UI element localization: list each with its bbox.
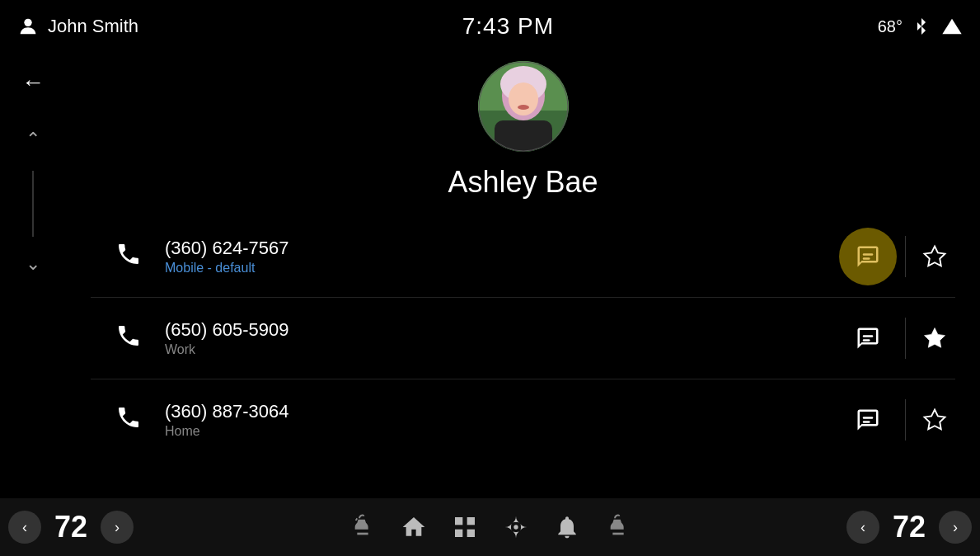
status-left: John Smith <box>16 15 138 38</box>
back-button[interactable]: ← <box>21 69 45 96</box>
svg-marker-13 <box>925 247 945 266</box>
phone-number-2[interactable]: (650) 605-5909 <box>165 319 823 341</box>
status-bar: John Smith 7:43 PM 68° <box>0 0 980 53</box>
fan-icon[interactable] <box>503 514 529 540</box>
svg-rect-21 <box>467 517 474 525</box>
phone-row-3: (360) 887-3064 Home <box>66 379 980 460</box>
notification-bell-icon[interactable] <box>554 514 580 540</box>
signal-icon <box>940 15 964 38</box>
home-icon[interactable] <box>401 514 427 540</box>
svg-point-24 <box>513 525 518 529</box>
left-panel: ← ⌃ ⌄ <box>0 53 66 498</box>
svg-rect-11 <box>863 253 874 256</box>
user-icon <box>16 15 40 38</box>
phone-details-2: (650) 605-5909 Work <box>165 319 823 357</box>
phone-details-3: (360) 887-3064 Home <box>165 401 823 439</box>
left-temp-decrease[interactable]: ‹ <box>8 511 41 544</box>
scroll-up-button[interactable]: ⌃ <box>26 129 40 150</box>
bottom-center-icons <box>349 514 631 540</box>
favorite-button-3[interactable] <box>914 399 955 441</box>
left-temp-value: 72 <box>46 510 96 544</box>
contact-avatar <box>478 61 569 152</box>
contact-area: Ashley Bae (360) 624-7567 Mobile - defau… <box>66 53 980 498</box>
phone-label-3: Home <box>165 424 823 439</box>
user-name: John Smith <box>48 16 138 37</box>
right-temp-control: ‹ 72 › <box>846 510 972 544</box>
right-temp-value: 72 <box>884 510 934 544</box>
phone-number-3[interactable]: (360) 887-3064 <box>165 401 823 422</box>
svg-marker-16 <box>925 328 945 348</box>
svg-rect-12 <box>863 257 870 260</box>
right-temp-increase[interactable]: › <box>939 511 972 544</box>
svg-marker-19 <box>925 410 945 430</box>
phone-details-1: (360) 624-7567 Mobile - default <box>165 238 823 276</box>
phone-actions-3 <box>839 391 955 449</box>
bluetooth-icon <box>912 15 931 38</box>
left-temp-increase[interactable]: › <box>101 511 134 544</box>
divider-2 <box>905 318 906 359</box>
phone-row-2: (650) 605-5909 Work <box>66 298 980 379</box>
svg-point-0 <box>24 19 31 26</box>
contact-name: Ashley Bae <box>448 165 598 200</box>
phone-label-1: Mobile - default <box>165 261 823 276</box>
svg-rect-9 <box>495 120 552 152</box>
phone-actions-2 <box>839 309 955 367</box>
left-temp-control: ‹ 72 › <box>8 510 134 544</box>
apps-grid-icon[interactable] <box>452 514 478 540</box>
svg-rect-14 <box>863 335 874 337</box>
svg-rect-17 <box>863 417 874 419</box>
message-button-1[interactable] <box>839 228 897 285</box>
favorite-button-1[interactable] <box>914 236 955 277</box>
phone-icon-2 <box>115 323 148 355</box>
svg-rect-23 <box>467 530 474 537</box>
phone-number-1[interactable]: (360) 624-7567 <box>165 238 823 259</box>
right-temp-decrease[interactable]: ‹ <box>846 511 879 544</box>
svg-rect-18 <box>863 421 870 423</box>
svg-rect-15 <box>863 339 870 342</box>
phone-label-2: Work <box>165 342 823 357</box>
svg-rect-22 <box>455 530 462 537</box>
svg-point-7 <box>509 82 538 115</box>
status-right: 68° <box>878 15 964 38</box>
bottom-bar: ‹ 72 › <box>0 498 980 556</box>
phone-list: (360) 624-7567 Mobile - default <box>66 216 980 460</box>
phone-icon-1 <box>115 241 148 273</box>
scroll-down-button[interactable]: ⌄ <box>26 253 40 275</box>
seat-heat-left-icon[interactable] <box>349 514 376 540</box>
temperature-display: 68° <box>878 17 903 36</box>
svg-rect-20 <box>455 517 462 525</box>
divider-1 <box>905 236 906 277</box>
phone-icon-3 <box>115 404 148 436</box>
phone-actions-1 <box>839 228 955 285</box>
message-button-2[interactable] <box>839 309 897 367</box>
svg-point-8 <box>518 105 529 110</box>
phone-row: (360) 624-7567 Mobile - default <box>66 216 980 297</box>
message-button-3[interactable] <box>839 391 897 449</box>
favorite-button-2[interactable] <box>914 318 955 359</box>
svg-marker-1 <box>942 19 961 35</box>
seat-heat-right-icon[interactable] <box>605 514 631 540</box>
main-content: ← ⌃ ⌄ <box>0 53 980 498</box>
divider-3 <box>905 399 906 441</box>
left-divider <box>32 171 34 237</box>
clock: 7:43 PM <box>462 13 554 40</box>
